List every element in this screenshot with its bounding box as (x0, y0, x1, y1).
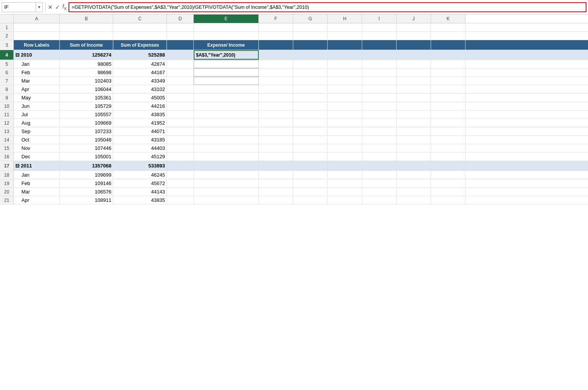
cell-k10[interactable] (431, 102, 466, 110)
cell-h10[interactable] (328, 102, 362, 110)
cell-b8[interactable]: 106044 (60, 85, 113, 93)
cell-g2[interactable] (293, 32, 328, 40)
cell-h6[interactable] (328, 68, 362, 76)
cell-j20[interactable] (397, 188, 431, 196)
cell-e4[interactable]: $A$3,"Year",2010) (194, 50, 259, 60)
cell-d16[interactable] (167, 153, 194, 161)
cell-a13[interactable]: Sep (14, 127, 60, 135)
cancel-icon[interactable]: ✕ (48, 4, 53, 11)
cell-e20[interactable] (194, 188, 259, 196)
cell-f9[interactable] (259, 94, 293, 102)
cell-h13[interactable] (328, 127, 362, 135)
cell-b4[interactable]: 1256274 (60, 50, 113, 60)
cell-a20[interactable]: Mar (14, 188, 60, 196)
cell-d10[interactable] (167, 102, 194, 110)
cell-d2[interactable] (167, 32, 194, 40)
cell-k5[interactable] (431, 60, 466, 68)
cell-k19[interactable] (431, 179, 466, 187)
cell-f17[interactable] (259, 161, 293, 171)
cell-j8[interactable] (397, 85, 431, 93)
cell-d7[interactable] (167, 77, 194, 85)
cell-f20[interactable] (259, 188, 293, 196)
cell-f11[interactable] (259, 110, 293, 119)
cell-g20[interactable] (293, 188, 328, 196)
cell-a15[interactable]: Nov (14, 144, 60, 152)
cell-j2[interactable] (397, 32, 431, 40)
cell-h1[interactable] (328, 23, 362, 31)
cell-b13[interactable]: 107233 (60, 127, 113, 135)
cell-h17[interactable] (328, 161, 362, 171)
cell-b19[interactable]: 109146 (60, 179, 113, 187)
cell-e11[interactable] (194, 110, 259, 119)
cell-j4[interactable] (397, 50, 431, 60)
cell-a17[interactable]: ⊟ 2011 (14, 161, 60, 171)
col-header-e[interactable]: E (194, 15, 259, 23)
cell-g19[interactable] (293, 179, 328, 187)
cell-k11[interactable] (431, 110, 466, 119)
cell-g14[interactable] (293, 136, 328, 144)
cell-h20[interactable] (328, 188, 362, 196)
cell-j16[interactable] (397, 153, 431, 161)
cell-a19[interactable]: Feb (14, 179, 60, 187)
cell-d17[interactable] (167, 161, 194, 171)
cell-h15[interactable] (328, 144, 362, 152)
cell-h9[interactable] (328, 94, 362, 102)
cell-k16[interactable] (431, 153, 466, 161)
cell-k7[interactable] (431, 77, 466, 85)
cell-f2[interactable] (259, 32, 293, 40)
cell-a1[interactable] (14, 23, 60, 31)
cell-j7[interactable] (397, 77, 431, 85)
cell-c21[interactable]: 43835 (113, 196, 167, 204)
cell-d5[interactable] (167, 60, 194, 68)
cell-j15[interactable] (397, 144, 431, 152)
cell-f8[interactable] (259, 85, 293, 93)
cell-h12[interactable] (328, 119, 362, 127)
cell-e5[interactable] (194, 60, 259, 68)
cell-j21[interactable] (397, 196, 431, 204)
cell-a11[interactable]: Jul (14, 110, 60, 119)
cell-a7[interactable]: Mar (14, 77, 60, 85)
cell-k20[interactable] (431, 188, 466, 196)
cell-b3-sum-income[interactable]: Sum of Income (60, 40, 113, 50)
cell-c20[interactable]: 44143 (113, 188, 167, 196)
cell-h3[interactable] (328, 40, 362, 50)
cell-f16[interactable] (259, 153, 293, 161)
cell-e9[interactable] (194, 94, 259, 102)
cell-g18[interactable] (293, 171, 328, 179)
col-header-c[interactable]: C (113, 15, 167, 23)
cell-a16[interactable]: Dec (14, 153, 60, 161)
cell-h18[interactable] (328, 171, 362, 179)
cell-f19[interactable] (259, 179, 293, 187)
col-header-g[interactable]: G (293, 15, 328, 23)
cell-b15[interactable]: 107446 (60, 144, 113, 152)
cell-c9[interactable]: 45005 (113, 94, 167, 102)
cell-f14[interactable] (259, 136, 293, 144)
cell-k4[interactable] (431, 50, 466, 60)
cell-d19[interactable] (167, 179, 194, 187)
cell-b11[interactable]: 105557 (60, 110, 113, 119)
cell-i16[interactable] (362, 153, 397, 161)
cell-b1[interactable] (60, 23, 113, 31)
cell-i6[interactable] (362, 68, 397, 76)
cell-c8[interactable]: 43102 (113, 85, 167, 93)
cell-i12[interactable] (362, 119, 397, 127)
cell-d9[interactable] (167, 94, 194, 102)
cell-h16[interactable] (328, 153, 362, 161)
cell-e6[interactable] (194, 68, 259, 76)
cell-j6[interactable] (397, 68, 431, 76)
col-header-i[interactable]: I (362, 15, 397, 23)
cell-a5[interactable]: Jan (14, 60, 60, 68)
cell-g3[interactable] (293, 40, 328, 50)
cell-d20[interactable] (167, 188, 194, 196)
cell-f1[interactable] (259, 23, 293, 31)
cell-k12[interactable] (431, 119, 466, 127)
cell-b17[interactable]: 1357068 (60, 161, 113, 171)
cell-g7[interactable] (293, 77, 328, 85)
cell-e7[interactable] (194, 77, 259, 85)
cell-b10[interactable]: 105729 (60, 102, 113, 110)
cell-a21[interactable]: Apr (14, 196, 60, 204)
cell-g5[interactable] (293, 60, 328, 68)
cell-k21[interactable] (431, 196, 466, 204)
cell-d12[interactable] (167, 119, 194, 127)
name-box[interactable]: IF (2, 2, 36, 12)
